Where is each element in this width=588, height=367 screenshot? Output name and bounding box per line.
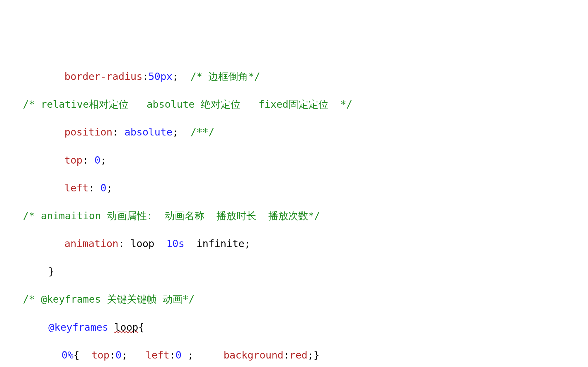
code-line: position: absolute; /**/ — [0, 125, 588, 139]
code-line: top: 0; — [0, 153, 588, 167]
css-comment: /**/ — [190, 126, 214, 138]
code-line: /* @keyframes 关键关键帧 动画*/ — [0, 292, 588, 306]
keyframes-rule: @keyframes — [48, 321, 108, 333]
css-comment: /* animaition 动画属性: 动画名称 播放时长 播放次数*/ — [23, 210, 320, 222]
css-prop: border-radius — [64, 71, 142, 82]
code-line: border-radius:50px; /* 边框倒角*/ — [0, 70, 588, 84]
code-line: animation: loop 10s infinite; — [0, 237, 588, 251]
css-value: 0 — [94, 154, 100, 166]
css-prop: top — [64, 154, 82, 166]
css-value: absolute — [125, 126, 173, 138]
keyframe-percent: 0% — [62, 349, 74, 361]
code-line: /* animaition 动画属性: 动画名称 播放时长 播放次数*/ — [0, 209, 588, 223]
css-value: 50px — [149, 71, 173, 82]
css-value: 10s — [166, 238, 184, 249]
code-line: /* relative相对定位 absolute 绝对定位 fixed固定定位 … — [0, 97, 588, 112]
code-editor: border-radius:50px; /* 边框倒角*/ /* relativ… — [0, 56, 588, 367]
css-comment: /* relative相对定位 absolute 绝对定位 fixed固定定位 … — [23, 98, 352, 110]
css-value: 0 — [100, 182, 106, 194]
css-prop: left — [64, 182, 88, 194]
css-comment: /* 边框倒角*/ — [190, 71, 260, 82]
animation-name: loop — [130, 238, 154, 249]
brace: } — [48, 265, 54, 277]
code-line: 0%{ top:0; left:0 ; background:red;} — [0, 348, 588, 362]
css-value: infinite — [196, 238, 244, 249]
animation-name: loop — [114, 321, 138, 333]
code-line: left: 0; — [0, 181, 588, 195]
brace: { — [138, 321, 144, 333]
color-red: red — [289, 349, 307, 361]
code-line: } — [0, 265, 588, 279]
css-prop: animation — [64, 238, 118, 249]
code-line: @keyframes loop{ — [0, 320, 588, 335]
css-comment: /* @keyframes 关键关键帧 动画*/ — [23, 293, 195, 305]
css-prop: position — [64, 126, 113, 138]
